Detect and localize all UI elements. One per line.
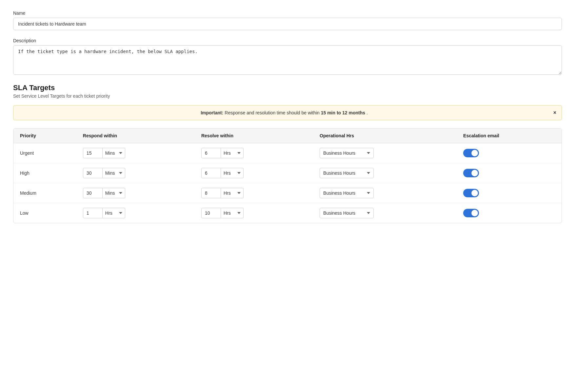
alert-banner: Important: Response and resolution time …: [13, 105, 562, 120]
alert-text: Important: Response and resolution time …: [201, 110, 368, 115]
col-operational: Operational Hrs: [313, 128, 457, 143]
description-label: Description: [13, 38, 562, 43]
name-input[interactable]: [13, 18, 562, 30]
resolve-cell-medium: MinsHrsDays: [195, 183, 313, 203]
resolve-unit-urgent[interactable]: MinsHrsDays: [221, 148, 244, 158]
respond-cell-low: MinsHrsDays: [76, 203, 195, 223]
resolve-value-urgent[interactable]: [201, 148, 221, 158]
description-section: Description: [13, 38, 562, 76]
col-escalation: Escalation email: [457, 128, 562, 143]
escalation-cell-urgent: ✓: [457, 143, 562, 163]
alert-prefix: Important:: [201, 110, 223, 115]
sla-subtitle: Set Service Level Targets for each ticke…: [13, 93, 562, 99]
sla-table-container: Priority Respond within Resolve within O…: [13, 128, 562, 223]
escalation-toggle-medium[interactable]: ✓: [463, 189, 479, 197]
respond-cell-high: MinsHrsDays: [76, 163, 195, 183]
col-priority: Priority: [13, 128, 76, 143]
col-respond: Respond within: [76, 128, 195, 143]
respond-unit-low[interactable]: MinsHrsDays: [103, 208, 125, 218]
escalation-cell-high: ✓: [457, 163, 562, 183]
table-row: UrgentMinsHrsDaysMinsHrsDaysBusiness Hou…: [13, 143, 562, 163]
table-row: MediumMinsHrsDaysMinsHrsDaysBusiness Hou…: [13, 183, 562, 203]
priority-cell-urgent: Urgent: [13, 143, 76, 163]
resolve-cell-low: MinsHrsDays: [195, 203, 313, 223]
escalation-toggle-high[interactable]: ✓: [463, 169, 479, 177]
resolve-cell-high: MinsHrsDays: [195, 163, 313, 183]
priority-cell-medium: Medium: [13, 183, 76, 203]
alert-close-button[interactable]: ×: [553, 110, 556, 116]
operational-cell-high: Business HoursCalendar Hours24/7: [313, 163, 457, 183]
resolve-value-low[interactable]: [201, 208, 221, 218]
priority-cell-high: High: [13, 163, 76, 183]
respond-cell-medium: MinsHrsDays: [76, 183, 195, 203]
alert-highlight: 15 min to 12 months: [321, 110, 365, 115]
alert-message: Response and resolution time should be w…: [225, 110, 321, 115]
alert-suffix: .: [367, 110, 368, 115]
sla-title: SLA Targets: [13, 84, 562, 92]
respond-unit-urgent[interactable]: MinsHrsDays: [103, 148, 125, 158]
sla-section: SLA Targets Set Service Level Targets fo…: [13, 84, 562, 223]
respond-unit-medium[interactable]: MinsHrsDays: [103, 188, 125, 198]
description-input[interactable]: [13, 45, 562, 75]
respond-value-high[interactable]: [83, 168, 103, 178]
resolve-value-high[interactable]: [201, 168, 221, 178]
resolve-unit-high[interactable]: MinsHrsDays: [221, 168, 244, 178]
resolve-unit-medium[interactable]: MinsHrsDays: [221, 188, 244, 198]
name-label: Name: [13, 10, 562, 16]
operational-cell-low: Business HoursCalendar Hours24/7: [313, 203, 457, 223]
operational-cell-urgent: Business HoursCalendar Hours24/7: [313, 143, 457, 163]
escalation-cell-medium: ✓: [457, 183, 562, 203]
respond-value-low[interactable]: [83, 208, 103, 218]
operational-select-medium[interactable]: Business HoursCalendar Hours24/7: [320, 188, 374, 198]
priority-cell-low: Low: [13, 203, 76, 223]
respond-value-medium[interactable]: [83, 188, 103, 198]
resolve-unit-low[interactable]: MinsHrsDays: [221, 208, 244, 218]
operational-select-low[interactable]: Business HoursCalendar Hours24/7: [320, 208, 374, 218]
sla-table: Priority Respond within Resolve within O…: [13, 128, 562, 223]
escalation-cell-low: ✓: [457, 203, 562, 223]
operational-select-urgent[interactable]: Business HoursCalendar Hours24/7: [320, 148, 374, 158]
escalation-toggle-urgent[interactable]: ✓: [463, 149, 479, 157]
table-row: HighMinsHrsDaysMinsHrsDaysBusiness Hours…: [13, 163, 562, 183]
operational-select-high[interactable]: Business HoursCalendar Hours24/7: [320, 168, 374, 178]
resolve-cell-urgent: MinsHrsDays: [195, 143, 313, 163]
respond-value-urgent[interactable]: [83, 148, 103, 158]
table-header-row: Priority Respond within Resolve within O…: [13, 128, 562, 143]
escalation-toggle-low[interactable]: ✓: [463, 209, 479, 217]
resolve-value-medium[interactable]: [201, 188, 221, 198]
respond-unit-high[interactable]: MinsHrsDays: [103, 168, 125, 178]
name-section: Name: [13, 10, 562, 30]
col-resolve: Resolve within: [195, 128, 313, 143]
operational-cell-medium: Business HoursCalendar Hours24/7: [313, 183, 457, 203]
table-row: LowMinsHrsDaysMinsHrsDaysBusiness HoursC…: [13, 203, 562, 223]
respond-cell-urgent: MinsHrsDays: [76, 143, 195, 163]
